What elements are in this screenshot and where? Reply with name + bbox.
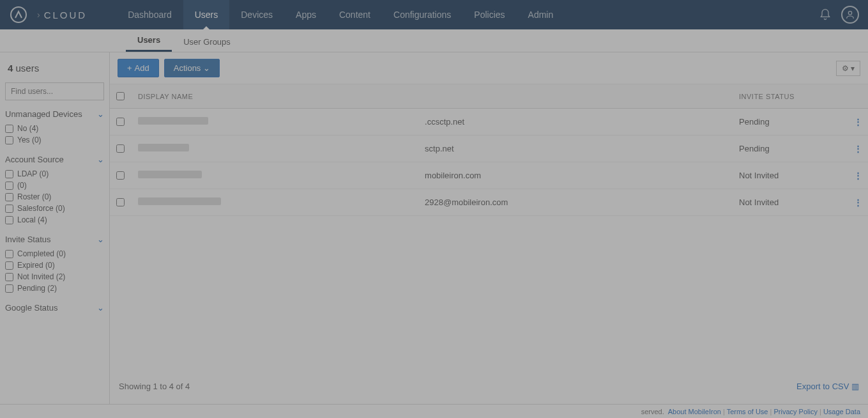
modal-overlay[interactable] <box>0 0 868 418</box>
